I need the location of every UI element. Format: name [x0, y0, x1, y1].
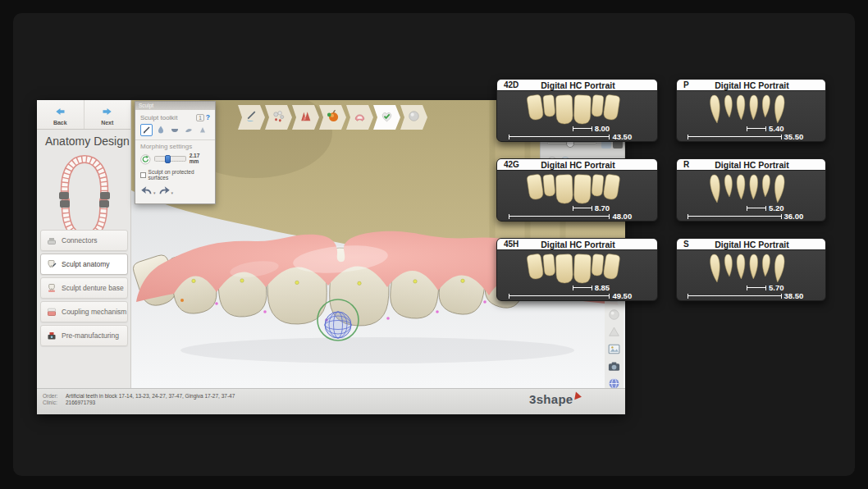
mould-tooth — [573, 95, 591, 125]
mould-card-45H[interactable]: 45HDigital HC Portrait8.8549.50 — [496, 238, 658, 301]
workflow-step-3[interactable] — [292, 105, 319, 130]
mould-card-R[interactable]: RDigital HC Portrait5.2036.00 — [676, 158, 826, 222]
ruler-line — [509, 294, 610, 299]
fruit-sphere-step-icon — [326, 109, 340, 126]
sidebar-item-pre-manufacturing[interactable]: Pre-manufacturing — [40, 325, 128, 346]
morph-size-slider[interactable] — [154, 156, 186, 162]
mould-tooth — [591, 174, 603, 196]
reset-morph-icon[interactable] — [140, 153, 151, 164]
dental-arch-diagram[interactable] — [50, 153, 119, 241]
anatomy-control-point[interactable] — [413, 280, 417, 283]
mould-card-42D[interactable]: 42DDigital HC Portrait8.0043.50 — [496, 79, 658, 142]
set-length-value: 43.50 — [612, 132, 632, 141]
set-length-value: 36.00 — [784, 212, 804, 221]
help-button[interactable]: ? — [206, 113, 210, 121]
mould-tooth — [709, 174, 721, 203]
anatomy-control-point[interactable] — [192, 279, 195, 282]
ruler-line — [573, 286, 592, 290]
contact-point[interactable] — [483, 300, 487, 304]
smooth-tool-button[interactable] — [182, 124, 194, 136]
smooth-tool-icon — [184, 123, 194, 138]
mould-card-header: 45HDigital HC Portrait — [497, 239, 657, 250]
contact-point[interactable] — [263, 310, 267, 313]
anatomy-control-point[interactable] — [240, 279, 244, 282]
mould-tooth — [724, 175, 733, 198]
protect-tool-icon — [198, 123, 208, 138]
wax-add-tool-button[interactable] — [154, 124, 167, 136]
ruler-line — [688, 294, 782, 299]
set-length-ruler: 35.50 — [688, 132, 825, 141]
divider — [135, 139, 215, 140]
mould-title: Digital HC Portrait — [532, 160, 657, 170]
mould-tooth — [709, 254, 721, 282]
workflow-step-2[interactable] — [265, 105, 292, 130]
mould-tooth — [709, 94, 721, 123]
sidebar-item-label: Sculpt denture base — [62, 284, 124, 292]
anatomy-control-point[interactable] — [358, 281, 361, 285]
sculpt-panel-titlebar[interactable]: Sculpt — [135, 102, 215, 110]
set-length-value: 35.50 — [784, 132, 804, 141]
mould-tooth — [573, 175, 591, 204]
mould-card-body: 5.7038.50 — [677, 250, 825, 301]
sidebar-item-label: Connectors — [62, 236, 97, 244]
undo-caret-icon[interactable]: ▾ — [153, 190, 156, 195]
next-button[interactable]: Next — [84, 100, 131, 129]
workflow-step-7[interactable] — [400, 105, 427, 130]
anatomy-control-point[interactable] — [461, 279, 464, 282]
back-button[interactable]: Back — [37, 100, 84, 129]
anatomy-control-point[interactable] — [295, 281, 299, 284]
ruler-line — [747, 286, 766, 290]
chat-globe-view-icon[interactable] — [607, 377, 621, 388]
ruler-line — [688, 135, 782, 139]
edge-point[interactable] — [180, 299, 184, 302]
sidebar-item-sculpt-denture-base[interactable]: Sculpt denture base — [40, 277, 128, 299]
mould-tooth — [736, 95, 744, 120]
ruler-line — [509, 214, 610, 219]
clinic-value: 2166971793 — [66, 400, 235, 405]
pyramid-view-icon[interactable] — [607, 325, 621, 339]
mould-tooth — [591, 254, 603, 276]
next-arrow-icon — [102, 104, 112, 119]
redo-caret-icon[interactable]: ▾ — [171, 190, 174, 195]
mould-code: 45H — [497, 240, 532, 249]
workflow-step-5[interactable] — [346, 105, 373, 130]
wax-remove-tool-button[interactable] — [168, 124, 180, 136]
mould-card-S[interactable]: SDigital HC Portrait5.7038.50 — [676, 238, 826, 301]
mould-code: R — [677, 160, 711, 169]
workflow-step-1[interactable] — [238, 105, 265, 130]
mould-card-42G[interactable]: 42GDigital HC Portrait8.7048.00 — [496, 158, 658, 222]
connector-icon — [47, 235, 57, 245]
coupling-icon — [47, 307, 57, 317]
workflow-step-6[interactable] — [373, 105, 400, 130]
visibility-slider[interactable] — [547, 142, 596, 144]
checkbox-icon[interactable] — [140, 172, 146, 178]
denture-arch-step-icon — [353, 109, 367, 126]
mould-card-body: 8.0043.50 — [497, 91, 657, 142]
sidebar-item-sculpt-anatomy[interactable]: Sculpt anatomy — [40, 254, 128, 275]
mould-card-P[interactable]: PDigital HC Portrait5.4035.50 — [676, 79, 826, 142]
mould-tooth — [749, 175, 757, 199]
camera-view-icon[interactable] — [607, 359, 621, 373]
redo-button[interactable]: ▾ — [158, 185, 174, 195]
mould-code: 42D — [497, 80, 532, 89]
sidebar-item-connectors[interactable]: Connectors — [40, 230, 128, 251]
workflow-step-4[interactable] — [319, 105, 346, 130]
mould-card-header: SDigital HC Portrait — [677, 239, 825, 250]
protect-tool-button[interactable] — [196, 124, 208, 136]
morph-brush-tool-button[interactable] — [140, 124, 153, 136]
undo-button[interactable]: ▾ — [140, 185, 156, 195]
mould-title: Digital HC Portrait — [532, 240, 657, 249]
contact-point[interactable] — [386, 317, 390, 320]
sidebar-item-coupling-mechanism[interactable]: Coupling mechanism — [40, 301, 128, 322]
mould-title: Digital HC Portrait — [532, 80, 657, 90]
morph-size-slider-thumb[interactable] — [165, 155, 171, 163]
screenshot-view-icon[interactable] — [607, 342, 621, 356]
protected-surfaces-checkbox[interactable]: Sculpt on protected surfaces — [140, 169, 210, 181]
contact-point[interactable] — [215, 302, 218, 305]
contact-point[interactable] — [436, 310, 439, 313]
mould-tooth — [736, 175, 744, 199]
mould-card-header: RDigital HC Portrait — [677, 159, 825, 171]
mould-tooth — [724, 254, 733, 277]
sphere-view-icon[interactable] — [607, 308, 621, 322]
sidebar: Back Next Anatomy Design — [37, 100, 131, 388]
